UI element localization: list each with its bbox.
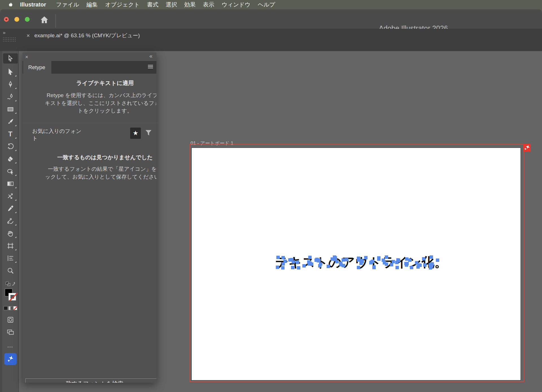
tool-graph[interactable]: [3, 252, 18, 264]
traffic-lights: [4, 17, 30, 22]
menu-select[interactable]: 選択: [162, 1, 181, 8]
color-type-buttons: [4, 306, 17, 310]
stroke-color-well[interactable]: [8, 293, 16, 301]
menu-file[interactable]: ファイル: [52, 1, 83, 8]
apply-live-text-heading: ライブテキストに適用: [26, 79, 156, 87]
selected-text-object[interactable]: テキストのアウトライン化。: [275, 254, 450, 270]
panel-body: ライブテキストに適用 Retype を使用するには、カンバス上のライブテ キスト…: [23, 79, 156, 383]
tool-gradient[interactable]: [3, 178, 18, 190]
menu-type[interactable]: 書式: [143, 1, 162, 8]
tab-label: example.ai* @ 63.16 % (CMYK/プレビュー): [34, 32, 140, 39]
titlebar-divider: [55, 14, 56, 28]
panel-tabbar: Retype: [23, 61, 156, 74]
fill-stroke-wells: [4, 289, 17, 303]
color-button[interactable]: [4, 306, 8, 310]
star-icon: ★: [133, 130, 138, 137]
panel-divider: [23, 123, 156, 123]
app-window: Adobe Illustrator 2026 » × example.ai* @…: [0, 9, 542, 392]
menu-view[interactable]: 表示: [199, 1, 218, 8]
tool-direct-selection[interactable]: [3, 66, 18, 78]
retype-tool-button[interactable]: [4, 353, 17, 365]
tool-artboard[interactable]: [3, 240, 18, 252]
zoom-window-button[interactable]: [25, 17, 30, 22]
tool-type[interactable]: T: [3, 128, 18, 140]
tool-zoom[interactable]: [3, 264, 18, 277]
tool-selection[interactable]: [3, 53, 18, 63]
panel-collapse-icon[interactable]: «: [149, 53, 152, 59]
menu-illustrator[interactable]: Illustrator: [16, 1, 52, 8]
tool-paintbrush[interactable]: [3, 115, 18, 128]
retype-pin-badge[interactable]: [523, 144, 531, 152]
filter-funnel-icon[interactable]: [145, 129, 152, 138]
retype-instructions: Retype を使用するには、カンバス上のライブテ キストを選択し、ここにリスト…: [26, 91, 156, 115]
tab-close-icon[interactable]: ×: [27, 32, 30, 39]
none-button[interactable]: [13, 306, 17, 310]
search-matching-fonts-button[interactable]: 一致するフォントを検索: [25, 378, 156, 383]
close-window-button[interactable]: [4, 17, 9, 22]
favorites-label: お気に入りのフォン ト: [32, 128, 103, 142]
panel-close-icon[interactable]: ×: [25, 54, 28, 60]
more-tools-ellipsis[interactable]: …: [7, 342, 14, 349]
tool-eyedropper[interactable]: [3, 202, 18, 215]
menu-effect[interactable]: 効果: [181, 1, 199, 8]
tab-retype[interactable]: Retype: [23, 61, 51, 74]
toolbar-lower: …: [2, 281, 18, 365]
tool-hand[interactable]: [3, 227, 18, 240]
retype-panel: × « Retype ライブテキストに適用 Retype を使用するには、カンバ…: [23, 52, 156, 383]
toolbar: T: [2, 51, 19, 392]
menu-edit[interactable]: 編集: [83, 1, 101, 8]
dock-grip-dots[interactable]: [3, 37, 16, 42]
tool-blend[interactable]: [3, 215, 18, 227]
menu-help[interactable]: ヘルプ: [254, 1, 279, 8]
document-tabbar: » × example.ai* @ 63.16 % (CMYK/プレビュー): [0, 29, 542, 51]
favorites-row: お気に入りのフォン ト ★: [32, 128, 152, 142]
tool-curvature-pen[interactable]: [3, 91, 18, 103]
gradient-button[interactable]: [8, 306, 12, 310]
swap-fill-stroke-icon[interactable]: [5, 281, 16, 287]
favorites-star-button[interactable]: ★: [130, 128, 141, 139]
tab-retype-label: Retype: [28, 64, 45, 71]
no-match-heading: 一致するものは見つかりませんでした: [26, 154, 156, 161]
screen-mode-icon[interactable]: [7, 329, 14, 337]
titlebar: Adobe Illustrator 2026: [0, 9, 542, 29]
tool-rectangle[interactable]: [3, 103, 18, 115]
minimize-window-button[interactable]: [14, 17, 19, 22]
document-tab[interactable]: × example.ai* @ 63.16 % (CMYK/プレビュー): [23, 29, 146, 42]
menubar: Illustrator ファイル 編集 オブジェクト 書式 選択 効果 表示 ウ…: [0, 0, 542, 9]
hamburger-menu-icon[interactable]: [147, 64, 154, 71]
apple-logo-icon[interactable]: [5, 2, 16, 8]
menu-window[interactable]: ウィンドウ: [218, 1, 254, 8]
home-icon[interactable]: [39, 14, 50, 25]
drawing-modes-icon[interactable]: [7, 316, 14, 324]
menu-object[interactable]: オブジェクト: [101, 1, 143, 8]
no-match-instructions: 一致するフォントの結果で「星アイコン」をク ックして、お気に入りとして保存してく…: [26, 165, 156, 181]
dock-expand-chevrons[interactable]: »: [3, 30, 5, 36]
panel-header: × «: [23, 52, 156, 61]
tool-eraser[interactable]: [3, 153, 18, 165]
tool-pen[interactable]: [3, 78, 18, 91]
tool-free-transform[interactable]: [3, 190, 18, 202]
tool-shaper[interactable]: [3, 165, 18, 178]
tool-rotate[interactable]: [3, 140, 18, 153]
